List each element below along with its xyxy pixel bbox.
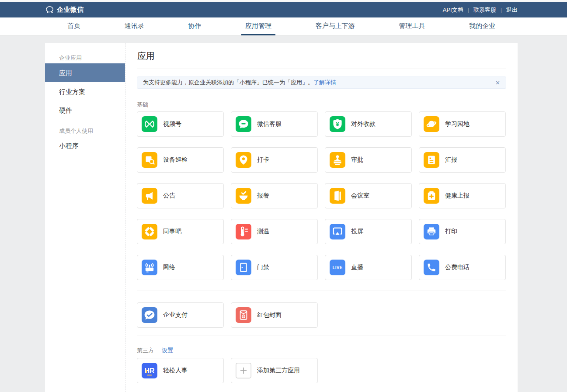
app-card[interactable]: ¥对外收款 bbox=[325, 111, 412, 137]
third-party-settings-link[interactable]: 设置 bbox=[162, 347, 173, 354]
shield-yen-icon: ¥ bbox=[330, 116, 345, 132]
app-name: 同事吧 bbox=[163, 228, 181, 236]
app-name: 投屏 bbox=[351, 228, 363, 236]
nav-tab[interactable]: 管理工具 bbox=[395, 17, 429, 35]
app-name: 微信客服 bbox=[257, 120, 282, 128]
door-access-icon bbox=[236, 260, 251, 275]
section-basic-label: 基础 bbox=[137, 101, 506, 108]
app-card[interactable]: 投屏 bbox=[325, 219, 412, 244]
megaphone-icon bbox=[142, 188, 157, 204]
nav-tab[interactable]: 应用管理 bbox=[241, 17, 275, 35]
app-card[interactable]: 测温 bbox=[231, 219, 318, 244]
sidebar-item[interactable]: 硬件 bbox=[45, 101, 125, 120]
app-card[interactable]: 汇报 bbox=[419, 147, 506, 173]
app-name: 审批 bbox=[351, 156, 363, 164]
app-name: 测温 bbox=[257, 228, 269, 236]
app-card[interactable]: 公费电话 bbox=[419, 255, 506, 280]
app-name: 对外收款 bbox=[351, 120, 376, 128]
app-card[interactable]: 打卡 bbox=[231, 147, 318, 173]
app-card[interactable]: 同事吧 bbox=[137, 219, 224, 244]
topbar-link-separator: | bbox=[468, 7, 469, 13]
app-card[interactable]: 打印 bbox=[419, 219, 506, 244]
app-card[interactable]: 报餐 bbox=[231, 183, 318, 208]
app-name: 打卡 bbox=[257, 156, 269, 164]
app-name: 报餐 bbox=[257, 192, 269, 200]
printer-icon bbox=[424, 224, 439, 239]
topbar-link[interactable]: 退出 bbox=[506, 6, 518, 14]
app-card[interactable]: LIVE直播 bbox=[325, 255, 412, 280]
main-panel: 应用 为支持更多能力，原企业关联添加的「小程序」已统一为「应用」。 了解详情 ✕… bbox=[125, 43, 518, 392]
main-nav: 首页通讯录协作应用管理客户与上下游管理工具我的企业 bbox=[0, 17, 567, 35]
app-card[interactable]: 门禁 bbox=[231, 255, 318, 280]
add-third-party-app-card[interactable]: 添加第三方应用 bbox=[231, 358, 318, 383]
sidebar-group-label: 成员个人使用 bbox=[45, 120, 125, 136]
app-card[interactable]: 学习园地 bbox=[419, 111, 506, 137]
nav-tab[interactable]: 客户与上下游 bbox=[312, 17, 359, 35]
sidebar-item[interactable]: 应用 bbox=[45, 63, 125, 82]
app-name: 红包封面 bbox=[257, 311, 282, 319]
app-name: 网络 bbox=[163, 264, 175, 271]
notice-learn-more-link[interactable]: 了解详情 bbox=[313, 79, 336, 87]
app-card[interactable]: 红包封面 bbox=[231, 302, 318, 328]
wepay-icon bbox=[142, 307, 157, 323]
hr-logo-icon: HR bbox=[142, 363, 157, 378]
app-card[interactable]: 公告 bbox=[137, 183, 224, 208]
basic-label-text: 基础 bbox=[137, 101, 148, 108]
live-icon: LIVE bbox=[330, 260, 345, 275]
brand-name: 企业微信 bbox=[57, 6, 83, 14]
app-card[interactable]: 视频号 bbox=[137, 111, 224, 137]
add-app-label: 添加第三方应用 bbox=[257, 367, 300, 375]
wechat-work-logo-icon bbox=[45, 5, 54, 14]
app-card[interactable]: 网络 bbox=[137, 255, 224, 280]
divider bbox=[137, 336, 506, 336]
content-container: 企业应用应用行业方案硬件成员个人使用小程序 应用 为支持更多能力，原企业关联添加… bbox=[45, 43, 518, 392]
title-row: 应用 bbox=[137, 43, 506, 69]
divider bbox=[137, 291, 506, 291]
third-party-apps-grid: HR轻松人事添加第三方应用 bbox=[137, 358, 506, 383]
report-doc-icon bbox=[424, 152, 439, 168]
topbar-link[interactable]: API文档 bbox=[443, 6, 463, 14]
app-card[interactable]: HR轻松人事 bbox=[137, 358, 224, 383]
nav-tab[interactable]: 协作 bbox=[184, 17, 205, 35]
app-name: 汇报 bbox=[445, 156, 457, 164]
screencast-icon bbox=[330, 224, 345, 239]
topbar-link-separator: | bbox=[501, 7, 502, 13]
router-icon bbox=[142, 260, 157, 275]
app-name: 轻松人事 bbox=[163, 367, 188, 375]
thermometer-icon bbox=[236, 224, 251, 239]
page-title: 应用 bbox=[137, 50, 506, 62]
notice-banner: 为支持更多能力，原企业关联添加的「小程序」已统一为「应用」。 了解详情 ✕ bbox=[137, 76, 506, 89]
notice-close-icon[interactable]: ✕ bbox=[495, 80, 500, 86]
app-name: 视频号 bbox=[163, 120, 181, 128]
meal-bowl-icon bbox=[236, 188, 251, 204]
kefu-chat-icon bbox=[236, 116, 251, 132]
nav-tab[interactable]: 我的企业 bbox=[465, 17, 499, 35]
basic-apps-grid: 视频号微信客服¥对外收款学习园地设备巡检打卡审批汇报公告报餐会议室健康上报同事吧… bbox=[137, 111, 506, 280]
section-third-party-label: 第三方 设置 bbox=[137, 347, 506, 354]
topbar-link[interactable]: 联系客服 bbox=[473, 6, 496, 14]
svg-text:¥: ¥ bbox=[336, 121, 339, 128]
app-card[interactable]: 微信客服 bbox=[231, 111, 318, 137]
app-card[interactable]: 健康上报 bbox=[419, 183, 506, 208]
sidebar-item[interactable]: 行业方案 bbox=[45, 82, 125, 101]
sidebar-item[interactable]: 小程序 bbox=[45, 136, 125, 155]
topbar-links: API文档|联系客服|退出 bbox=[443, 6, 518, 14]
phone-icon bbox=[424, 260, 439, 275]
app-card[interactable]: 企业支付 bbox=[137, 302, 224, 328]
sidebar-group-label: 企业应用 bbox=[45, 47, 125, 63]
basic-extra-apps-grid: 企业支付红包封面 bbox=[137, 302, 506, 328]
app-card[interactable]: 设备巡检 bbox=[137, 147, 224, 173]
app-name: 门禁 bbox=[257, 264, 269, 271]
brand[interactable]: 企业微信 bbox=[45, 5, 83, 14]
red-packet-icon bbox=[236, 307, 251, 323]
app-name: 直播 bbox=[351, 264, 363, 271]
nav-tab[interactable]: 首页 bbox=[63, 17, 84, 35]
app-name: 打印 bbox=[445, 228, 457, 236]
app-card[interactable]: 会议室 bbox=[325, 183, 412, 208]
app-name: 公费电话 bbox=[445, 264, 470, 271]
app-name: 公告 bbox=[163, 192, 175, 200]
nav-tab[interactable]: 通讯录 bbox=[121, 17, 148, 35]
app-card[interactable]: 审批 bbox=[325, 147, 412, 173]
plus-icon bbox=[236, 363, 251, 378]
meeting-door-icon bbox=[330, 188, 345, 204]
